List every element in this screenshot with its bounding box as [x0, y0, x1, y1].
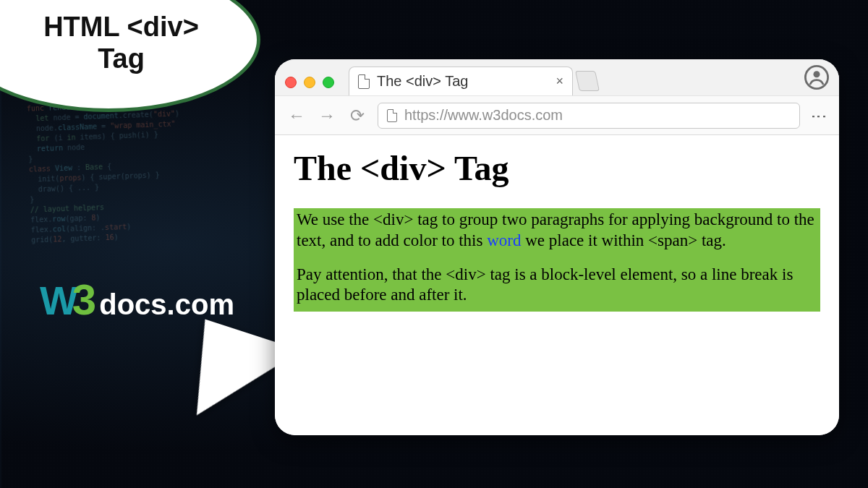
paragraph-1: We use the <div> tag to group two paragr…: [297, 210, 817, 252]
close-window-button[interactable]: [285, 77, 297, 88]
new-tab-button[interactable]: [575, 71, 600, 91]
profile-icon[interactable]: [804, 65, 829, 90]
minimize-window-button[interactable]: [304, 77, 315, 88]
tab-title: The <div> Tag: [377, 73, 468, 90]
browser-chrome: The <div> Tag × ← → ⟳ https://www.w3docs…: [275, 59, 839, 135]
toolbar: ← → ⟳ https://www.w3docs.com ⋮: [275, 95, 839, 134]
paragraph-2: Pay attention, that the <div> tag is a b…: [297, 265, 817, 307]
page-icon: [358, 74, 370, 89]
logo-3: 3: [72, 275, 96, 325]
div-example-block: We use the <div> tag to group two paragr…: [294, 208, 820, 312]
logo-docs: docs: [99, 288, 166, 321]
back-button[interactable]: ←: [286, 106, 307, 126]
browser-tab[interactable]: The <div> Tag ×: [349, 67, 573, 95]
logo-com: .com: [167, 288, 234, 321]
paragraph-1-text-b: we place it within <span> tag.: [521, 231, 726, 249]
reload-button[interactable]: ⟳: [347, 106, 367, 126]
menu-button[interactable]: ⋮: [809, 107, 828, 124]
window-controls: [285, 77, 334, 88]
tab-strip: The <div> Tag ×: [275, 59, 839, 95]
decorative-code: func render() { let node = document.crea…: [27, 98, 184, 245]
page-heading: The <div> Tag: [294, 148, 820, 188]
browser-window: The <div> Tag × ← → ⟳ https://www.w3docs…: [275, 59, 839, 435]
address-bar[interactable]: https://www.w3docs.com: [378, 103, 800, 129]
title-bubble-text: HTML <div> Tag: [18, 12, 224, 74]
span-colored-word: word: [487, 231, 521, 249]
url-text: https://www.w3docs.com: [404, 107, 563, 124]
maximize-window-button[interactable]: [323, 77, 334, 88]
page-icon: [387, 109, 397, 122]
w3docs-logo: W 3 docs .com: [40, 275, 234, 325]
forward-button[interactable]: →: [317, 106, 337, 126]
logo-w: W: [40, 277, 75, 324]
page-viewport: The <div> Tag We use the <div> tag to gr…: [275, 135, 839, 435]
close-tab-icon[interactable]: ×: [556, 74, 563, 89]
svg-point-1: [813, 71, 820, 77]
